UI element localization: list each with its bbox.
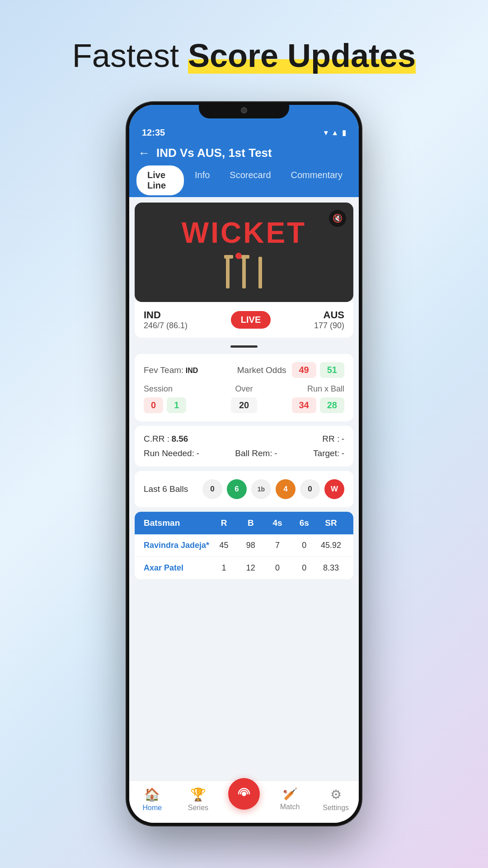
tab-live-line[interactable]: Live Line xyxy=(136,165,184,195)
wicket-text: WICKET xyxy=(135,216,353,250)
odd1-badge: 49 xyxy=(292,362,316,378)
odds-row: Fev Team: IND Market Odds 49 51 xyxy=(144,362,344,378)
nav-series[interactable]: 🏆 Series xyxy=(175,787,221,812)
scroll-indicator xyxy=(129,341,359,349)
balls-row: Last 6 Balls 0 6 1b 4 0 W xyxy=(144,479,344,499)
back-button[interactable]: ← xyxy=(138,146,150,160)
svg-rect-3 xyxy=(224,255,233,259)
app-header: ← IND Vs AUS, 1st Test xyxy=(129,142,359,160)
live-button[interactable] xyxy=(228,778,260,810)
session-col: Session 0 1 xyxy=(144,384,211,413)
battery-icon: ▮ xyxy=(342,128,346,137)
fev-team: IND xyxy=(186,367,198,374)
table-header: Batsman R B 4s 6s SR xyxy=(135,512,353,534)
headline-bold: Score Updates xyxy=(188,38,416,74)
batsman2-r: 1 xyxy=(211,563,237,573)
table-row: Ravindra Jadeja* 45 98 7 0 45.92 xyxy=(135,534,353,557)
batsman1-6s: 0 xyxy=(291,541,318,550)
team2-name: AUS xyxy=(324,309,344,321)
nav-settings-label: Settings xyxy=(323,804,349,812)
nav-live-center[interactable] xyxy=(221,787,267,812)
ball-rem-val: - xyxy=(274,448,277,458)
svg-rect-1 xyxy=(242,257,246,288)
scroll-bar xyxy=(230,345,258,348)
wicket-card: WICKET 🔇 xyxy=(135,203,353,302)
wifi-icon: ▾ xyxy=(324,128,328,137)
batsman1-4s: 7 xyxy=(264,541,291,550)
batsman1-sr: 45.92 xyxy=(318,541,344,550)
th-b: B xyxy=(237,518,264,528)
nav-match[interactable]: 🏏 Match xyxy=(267,787,313,812)
stumps-svg xyxy=(217,248,271,293)
home-icon: 🏠 xyxy=(144,787,160,802)
main-content: WICKET 🔇 IND 246/7 (86.1) xyxy=(129,197,359,780)
tab-info[interactable]: Info xyxy=(186,165,219,197)
team1-name: IND xyxy=(144,309,188,321)
market-odds-label: Market Odds xyxy=(237,365,286,375)
batsman2-name: Axar Patel xyxy=(144,563,211,573)
rxb-label: Run x Ball xyxy=(307,384,344,394)
run-needed-val: - xyxy=(196,448,199,458)
ball-4: 4 xyxy=(276,479,296,499)
session-val1: 0 xyxy=(144,397,163,413)
headline: Fastest Score Updates xyxy=(72,36,416,75)
status-icons: ▾ ▲ ▮ xyxy=(324,128,346,137)
svg-rect-4 xyxy=(240,255,249,259)
ball-6: W xyxy=(324,479,344,499)
over-label: Over xyxy=(235,384,253,394)
fev-info: Fev Team: IND xyxy=(144,365,198,375)
rr-sub-row: Run Needed: - Ball Rem: - Target: - xyxy=(144,448,344,458)
batsman2-6s: 0 xyxy=(291,563,318,573)
svg-rect-0 xyxy=(226,257,230,288)
live-badge: LIVE xyxy=(231,311,271,329)
crr-val: 8.56 xyxy=(171,434,188,443)
session-row: Session 0 1 Over 20 Run x Ball 34 xyxy=(144,384,344,413)
tab-commentary[interactable]: Commentary xyxy=(282,165,352,197)
rxb-col: Run x Ball 34 28 xyxy=(277,384,344,413)
tab-scorecard[interactable]: Scorecard xyxy=(221,165,280,197)
target-val: - xyxy=(342,448,344,458)
svg-rect-2 xyxy=(258,257,262,288)
run-needed-label: Run Needed: xyxy=(144,448,194,458)
score-row: IND 246/7 (86.1) LIVE AUS 177 (90) xyxy=(135,302,353,338)
ball-5: 0 xyxy=(300,479,320,499)
nav-series-label: Series xyxy=(188,804,208,812)
batsman1-name: Ravindra Jadeja* xyxy=(144,541,211,550)
batsman2-b: 12 xyxy=(237,563,264,573)
signal-icon: ▲ xyxy=(331,129,338,137)
batsman-table: Batsman R B 4s 6s SR Ravindra Jadeja* 45… xyxy=(135,512,353,580)
match-icon: 🏏 xyxy=(283,787,297,801)
th-sr: SR xyxy=(318,518,344,528)
batsman1-r: 45 xyxy=(211,541,237,550)
odds-badges: 49 51 xyxy=(292,362,345,378)
team1-runs: 246/7 (86.1) xyxy=(144,321,188,330)
team2-runs: 177 (90) xyxy=(314,321,344,330)
batsman2-sr: 8.33 xyxy=(318,563,344,573)
odds-card: Fev Team: IND Market Odds 49 51 Session xyxy=(135,354,353,421)
over-val: 20 xyxy=(231,397,257,413)
table-row: Axar Patel 1 12 0 0 8.33 xyxy=(135,557,353,580)
ball-3: 1b xyxy=(251,479,271,499)
svg-point-5 xyxy=(235,253,242,259)
rr-val: - xyxy=(342,434,344,443)
market-odds: Market Odds 49 51 xyxy=(237,362,344,378)
rr-card: C.RR : 8.56 RR : - Run Needed: - Ball Re… xyxy=(135,426,353,467)
status-time: 12:35 xyxy=(142,127,165,138)
batsman2-4s: 0 xyxy=(264,563,291,573)
batsman1-b: 98 xyxy=(237,541,264,550)
series-icon: 🏆 xyxy=(190,787,206,802)
nav-settings[interactable]: ⚙ Settings xyxy=(313,787,359,812)
th-4s: 4s xyxy=(264,518,291,528)
rr-label: RR : xyxy=(322,434,339,443)
match-title: IND Vs AUS, 1st Test xyxy=(156,146,272,160)
rr-info: RR : - xyxy=(322,434,344,444)
nav-home-label: Home xyxy=(142,804,162,812)
th-r: R xyxy=(211,518,237,528)
ball-2: 6 xyxy=(227,479,247,499)
rxb-badges: 34 28 xyxy=(292,397,345,413)
notch xyxy=(199,102,289,118)
nav-home[interactable]: 🏠 Home xyxy=(129,787,175,812)
tab-bar: Live Line Info Scorecard Commentary xyxy=(129,160,359,197)
headline-normal: Fastest xyxy=(72,38,188,74)
radio-icon xyxy=(237,787,251,801)
